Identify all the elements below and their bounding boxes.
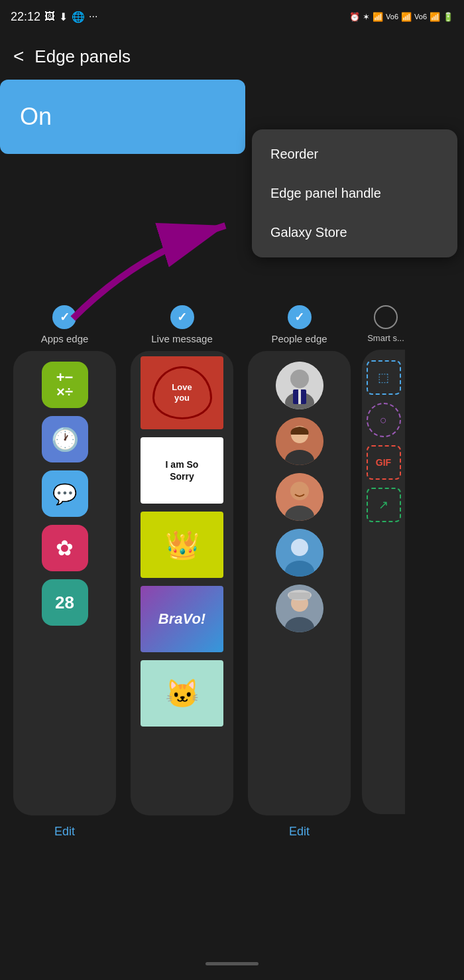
more-icon: ···: [89, 11, 97, 23]
panels-section: ✓ Apps edge +− ×÷ 🕐 💬: [0, 292, 464, 839]
avatar-3-svg: [276, 473, 323, 521]
smart-select-checkbox[interactable]: [374, 305, 398, 329]
avatar-5-svg: [276, 585, 323, 632]
lte1-label: Vo6: [386, 13, 398, 21]
smart-select-item-4: ↗: [367, 488, 401, 522]
sticker-love-you: Loveyou: [141, 356, 223, 429]
live-message-checkbox[interactable]: ✓: [170, 305, 194, 329]
bravo-text: BraVo!: [158, 610, 205, 628]
back-button[interactable]: <: [13, 46, 24, 67]
love-you-text: Loveyou: [172, 382, 192, 403]
calculator-app-icon[interactable]: +− ×÷: [42, 362, 88, 408]
bottom-bar: [0, 947, 464, 980]
apps-edge-label: Apps edge: [41, 333, 89, 344]
bottom-nav-indicator: [205, 962, 259, 965]
check-icon: ✓: [60, 310, 70, 324]
avatar-4-svg: [276, 529, 323, 577]
page-title: Edge panels: [34, 46, 131, 67]
sticker-cat: 🐱: [141, 660, 223, 727]
bluetooth-icon: ✶: [363, 12, 370, 22]
select-icon-3: GIF: [376, 457, 391, 468]
people-edge-checkbox[interactable]: ✓: [288, 305, 312, 329]
avatar-4[interactable]: [276, 529, 323, 577]
battery-icon: 🔋: [443, 12, 453, 22]
smart-select-label: Smart s...: [367, 333, 404, 343]
apps-edge-checkbox[interactable]: ✓: [52, 305, 76, 329]
sorry-text: I am SoSorry: [166, 458, 199, 482]
toggle-on-area[interactable]: On: [0, 80, 245, 154]
clock-app-icon[interactable]: 🕐: [42, 416, 88, 462]
panel-apps-edge: ✓ Apps edge +− ×÷ 🕐 💬: [10, 305, 119, 839]
select-icon-1: ⬚: [378, 370, 389, 385]
live-message-label: Live message: [151, 333, 213, 344]
apps-edge-edit-button[interactable]: Edit: [54, 825, 75, 839]
flowers-app-icon[interactable]: ✿: [42, 525, 88, 571]
smart-select-check-area[interactable]: Smart s...: [362, 305, 410, 343]
lte2-label: Vo6: [414, 13, 427, 21]
smart-select-card: ⬚ ○ GIF ↗: [362, 350, 405, 814]
avatar-1[interactable]: [276, 362, 323, 409]
photo-icon: 🖼: [44, 11, 55, 23]
toggle-on-label: On: [20, 103, 52, 131]
page-header: < Edge panels: [0, 33, 464, 80]
toggle-dropdown-area: On Reorder Edge panel handle Galaxy Stor…: [0, 80, 464, 292]
sticker-bravo: BraVo!: [141, 586, 223, 652]
sticker-crown: 👑: [141, 512, 223, 578]
live-message-card: Loveyou I am SoSorry 👑 BraVo! 🐱: [131, 351, 233, 815]
svg-point-10: [290, 482, 309, 500]
panels-scroll: ✓ Apps edge +− ×÷ 🕐 💬: [7, 305, 457, 839]
dropdown-menu: Reorder Edge panel handle Galaxy Store: [252, 129, 457, 257]
avatar-5[interactable]: [276, 585, 323, 632]
panel-live-message: ✓ Live message Loveyou I am SoSorry 👑: [127, 305, 237, 839]
alarm-icon: ⏰: [349, 12, 360, 22]
messages-app-icon[interactable]: 💬: [42, 470, 88, 517]
menu-item-reorder[interactable]: Reorder: [252, 135, 457, 174]
avatar-1-svg: [276, 362, 323, 409]
status-time: 22:12: [11, 10, 40, 24]
people-edge-edit-button[interactable]: Edit: [289, 825, 310, 839]
smart-select-item-1: ⬚: [367, 360, 401, 395]
panel-people-edge: ✓ People edge: [245, 305, 354, 839]
calendar-icon-symbol: 28: [55, 593, 74, 613]
people-edge-label: People edge: [271, 333, 327, 344]
status-right: ⏰ ✶ 📶 Vo6 📶 Vo6 📶 🔋: [349, 12, 453, 22]
status-bar: 22:12 🖼 ⬇ 🌐 ··· ⏰ ✶ 📶 Vo6 📶 Vo6 📶 🔋: [0, 0, 464, 33]
apps-edge-check-area[interactable]: ✓ Apps edge: [41, 305, 89, 344]
smart-select-item-2: ○: [367, 403, 401, 437]
avatar-2[interactable]: [276, 417, 323, 465]
globe-icon: 🌐: [72, 11, 85, 23]
svg-point-13: [291, 539, 308, 556]
clock-icon-symbol: 🕐: [51, 426, 79, 453]
svg-point-2: [290, 370, 309, 388]
signal1-icon: 📶: [401, 12, 412, 22]
crown-symbol: 👑: [165, 529, 200, 561]
menu-item-edge-panel-handle[interactable]: Edge panel handle: [252, 174, 457, 213]
live-message-check-area[interactable]: ✓ Live message: [151, 305, 213, 344]
check-icon-2: ✓: [177, 310, 187, 324]
download-icon: ⬇: [59, 11, 68, 23]
messages-icon-symbol: 💬: [52, 482, 77, 506]
status-left: 22:12 🖼 ⬇ 🌐 ···: [11, 10, 97, 24]
people-edge-check-area[interactable]: ✓ People edge: [271, 305, 327, 344]
smart-select-item-3: GIF: [367, 445, 401, 480]
menu-item-galaxy-store[interactable]: Galaxy Store: [252, 213, 457, 252]
signal2-icon: 📶: [430, 12, 440, 22]
wifi-icon: 📶: [373, 12, 383, 22]
avatar-3[interactable]: [276, 473, 323, 521]
sticker-sorry: I am SoSorry: [141, 437, 223, 504]
avatar-2-svg: [276, 417, 323, 465]
flowers-icon-symbol: ✿: [56, 535, 74, 561]
apps-edge-card: +− ×÷ 🕐 💬 ✿ 28: [13, 351, 116, 815]
people-edge-card: [248, 351, 351, 815]
calendar-app-icon[interactable]: 28: [42, 579, 88, 626]
check-icon-3: ✓: [294, 310, 304, 324]
select-icon-4: ↗: [378, 498, 388, 512]
calculator-icon-symbol2: ×÷: [56, 385, 73, 399]
select-icon-2: ○: [380, 413, 387, 427]
svg-rect-19: [289, 593, 310, 599]
svg-rect-5: [298, 389, 301, 404]
cat-symbol: 🐱: [165, 677, 200, 710]
panel-smart-select-partial: Smart s... ⬚ ○ GIF ↗: [362, 305, 410, 839]
calculator-icon-symbol: +−: [56, 370, 74, 385]
